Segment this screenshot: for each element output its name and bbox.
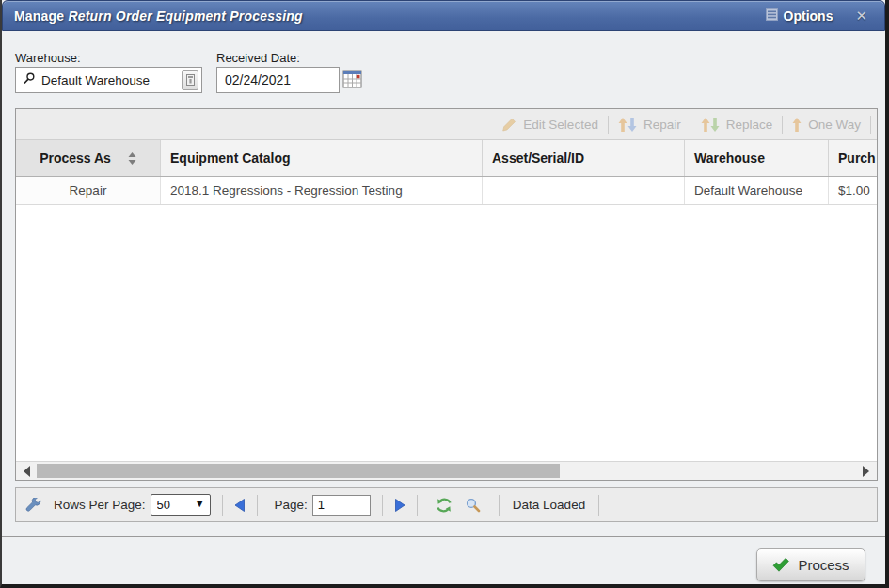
toolbar-divider [691, 116, 691, 134]
pager-divider [598, 495, 599, 516]
pencil-icon [501, 118, 516, 132]
toolbar-divider [608, 116, 609, 134]
page-number-input[interactable] [312, 495, 371, 516]
pager-divider [499, 495, 500, 516]
warehouse-label: Warehouse: [15, 51, 81, 65]
pager-divider [417, 495, 418, 516]
cell-equipment-catalog: 2018.1 Regressions - Regression Testing [161, 177, 483, 204]
up-down-arrows-icon [701, 118, 720, 132]
column-header-warehouse[interactable]: Warehouse [685, 140, 829, 176]
left-triangle-icon [234, 499, 246, 512]
next-page-button[interactable] [394, 499, 405, 512]
options-button[interactable]: Options [766, 8, 833, 24]
replace-button[interactable]: Replace [695, 118, 779, 132]
close-icon[interactable]: ✕ [855, 8, 867, 24]
list-icon [766, 8, 778, 24]
grid-toolbar: Edit Selected Repair Replace [16, 109, 877, 140]
warehouse-lookup-button[interactable] [182, 70, 198, 90]
options-label: Options [784, 8, 833, 24]
scroll-left-icon[interactable] [24, 466, 30, 477]
column-header-equipment-catalog[interactable]: Equipment Catalog [161, 140, 483, 176]
title-name: Return Order Equipment Processing [68, 8, 302, 24]
pager-bar: Rows Per Page: 50 ▼ Page: Data Loaded [15, 487, 878, 522]
up-arrow-icon [792, 118, 802, 132]
toolbar-divider [870, 116, 871, 134]
replace-label: Replace [726, 118, 773, 132]
pager-divider [257, 495, 258, 516]
magnifier-icon [24, 72, 35, 88]
scrollbar-thumb[interactable] [37, 464, 560, 478]
warehouse-value: Default Warehouse [41, 73, 182, 87]
title-prefix: Manage [14, 8, 64, 24]
right-triangle-icon [394, 499, 405, 512]
one-way-label: One Way [808, 118, 861, 132]
lookup-icon [186, 74, 195, 86]
status-text: Data Loaded [513, 498, 585, 512]
title-bar: Manage Return Order Equipment Processing… [2, 0, 885, 31]
sort-arrows-icon[interactable] [128, 152, 136, 165]
table-row[interactable]: Repair 2018.1 Regressions - Regression T… [16, 177, 877, 205]
previous-page-button[interactable] [234, 499, 246, 512]
refresh-icon[interactable] [436, 498, 452, 513]
cell-purchase: $1.00 [829, 177, 877, 204]
search-icon[interactable] [466, 498, 481, 513]
cell-process-as: Repair [16, 177, 161, 204]
edit-selected-label: Edit Selected [523, 118, 598, 132]
process-button[interactable]: Process [756, 548, 865, 581]
column-header-purchase[interactable]: Purch [829, 140, 877, 176]
calendar-icon[interactable] [341, 69, 362, 89]
up-down-arrows-icon [618, 118, 637, 132]
cell-asset-serial-id [483, 177, 685, 204]
rows-per-page-label: Rows Per Page: [54, 498, 146, 512]
toolbar-divider [782, 116, 783, 134]
horizontal-scrollbar[interactable] [16, 461, 877, 480]
page-title: Manage Return Order Equipment Processing [14, 8, 303, 24]
page-label: Page: [275, 498, 308, 512]
received-date-input[interactable] [216, 67, 340, 93]
edit-selected-button[interactable]: Edit Selected [496, 118, 604, 132]
warehouse-field[interactable]: Default Warehouse [15, 67, 202, 93]
equipment-grid: Edit Selected Repair Replace [15, 108, 878, 481]
column-header-process-as[interactable]: Process As [16, 140, 161, 176]
column-header-asset-serial-id[interactable]: Asset/Serial/ID [483, 140, 685, 176]
received-date-label: Received Date: [216, 51, 300, 65]
repair-label: Repair [643, 118, 681, 132]
one-way-button[interactable]: One Way [786, 118, 866, 132]
pager-divider [222, 495, 223, 516]
scroll-right-icon[interactable] [863, 466, 869, 477]
pager-divider [382, 495, 383, 516]
process-label: Process [798, 557, 849, 573]
repair-button[interactable]: Repair [612, 118, 687, 132]
bottom-divider [2, 536, 885, 537]
cell-warehouse: Default Warehouse [685, 177, 829, 204]
grid-header-row: Process As Equipment Catalog Asset/Seria… [16, 140, 877, 177]
wrench-icon[interactable] [25, 498, 41, 513]
grid-empty-area [16, 205, 877, 461]
rows-per-page-select[interactable]: 50 [151, 494, 211, 516]
manage-return-order-dialog: Manage Return Order Equipment Processing… [0, 0, 889, 588]
check-icon [772, 558, 789, 572]
